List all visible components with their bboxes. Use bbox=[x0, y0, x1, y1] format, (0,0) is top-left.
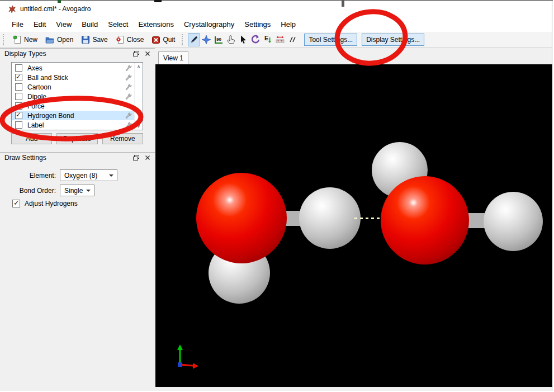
display-types-action-button[interactable]: Add bbox=[11, 133, 52, 144]
quit-label: Quit bbox=[163, 36, 175, 44]
auto-rotate-tool-button[interactable] bbox=[249, 33, 262, 46]
menu-item[interactable]: Extensions bbox=[133, 18, 179, 31]
display-type-checkbox[interactable] bbox=[15, 83, 22, 91]
display-type-checkbox[interactable] bbox=[15, 112, 22, 119]
toolbar-grip-handle[interactable] bbox=[182, 34, 185, 45]
display-type-label: Cartoon bbox=[27, 83, 51, 91]
display-settings-button[interactable]: Display Settings... bbox=[362, 34, 424, 46]
draw-settings-title: Draw Settings bbox=[4, 154, 46, 162]
bond-centric-tool-icon: 90 bbox=[214, 35, 224, 45]
draw-tool-button[interactable] bbox=[188, 33, 200, 46]
navigate-tool-button[interactable] bbox=[200, 33, 212, 46]
window-title: untitled.cml* - Avogadro bbox=[20, 5, 91, 13]
gl-3d-viewport[interactable] bbox=[155, 64, 552, 387]
display-type-label: Axes bbox=[27, 64, 42, 72]
screen-edge-artifact bbox=[154, 0, 162, 2]
avogadro-logo-icon bbox=[8, 5, 16, 13]
element-label: Element: bbox=[0, 172, 56, 180]
menu-bar: FileEditViewBuildSelectExtensionsCrystal… bbox=[0, 17, 552, 32]
tab-view-1[interactable]: View 1 bbox=[158, 51, 188, 64]
display-type-label: Force bbox=[27, 102, 45, 110]
auto-optimize-tool-icon: E bbox=[263, 35, 273, 45]
display-types-panel-header: Display Types bbox=[0, 48, 155, 58]
display-type-label: Dipole bbox=[27, 93, 46, 101]
display-type-row[interactable]: Force bbox=[12, 101, 134, 111]
oxygen-atom-sphere bbox=[196, 173, 287, 263]
wrench-settings-icon[interactable] bbox=[125, 112, 132, 119]
wrench-settings-icon[interactable] bbox=[125, 93, 132, 100]
new-button[interactable]: New bbox=[9, 34, 41, 46]
display-type-label: Ball and Stick bbox=[27, 74, 68, 82]
open-button[interactable]: Open bbox=[41, 34, 77, 46]
adjust-hydrogens-checkbox[interactable] bbox=[12, 200, 20, 207]
hydrogen-bond-dashed-line bbox=[354, 218, 382, 219]
hydrogen-atom-sphere bbox=[484, 192, 543, 251]
display-type-row[interactable]: Hydrogen Bond bbox=[12, 111, 134, 120]
open-folder-icon bbox=[45, 35, 55, 44]
list-scrollbar[interactable]: ∧ ∨ bbox=[134, 63, 143, 130]
menu-item[interactable]: Edit bbox=[29, 18, 51, 31]
title-bar: untitled.cml* - Avogadro bbox=[0, 1, 552, 17]
select-tool-button[interactable] bbox=[237, 33, 249, 46]
menu-item[interactable]: Select bbox=[103, 18, 133, 31]
display-type-row[interactable]: Axes bbox=[12, 63, 134, 73]
menu-item[interactable]: Help bbox=[276, 18, 301, 31]
menu-item[interactable]: Build bbox=[77, 18, 103, 31]
menu-item[interactable]: Settings bbox=[239, 18, 276, 31]
menu-item[interactable]: File bbox=[7, 18, 29, 31]
navigate-tool-icon bbox=[201, 35, 211, 45]
display-type-checkbox[interactable] bbox=[15, 102, 22, 110]
display-types-action-button[interactable]: Remove bbox=[102, 133, 143, 144]
display-type-row[interactable]: Label bbox=[12, 120, 134, 130]
draw-settings-panel-header: Draw Settings bbox=[0, 152, 155, 162]
new-label: New bbox=[24, 36, 37, 44]
display-type-row[interactable]: Ball and Stick bbox=[12, 73, 134, 82]
display-type-checkbox[interactable] bbox=[15, 74, 22, 81]
display-types-title: Display Types bbox=[4, 50, 46, 58]
align-tool-button[interactable] bbox=[286, 33, 299, 46]
quit-button[interactable]: Quit bbox=[148, 34, 179, 46]
wrench-settings-icon[interactable] bbox=[125, 64, 132, 72]
float-panel-icon[interactable] bbox=[133, 155, 139, 160]
display-types-buttons: AddDuplicateRemove bbox=[11, 133, 143, 144]
wrench-settings-icon[interactable] bbox=[125, 83, 132, 91]
svg-text:90: 90 bbox=[216, 37, 221, 42]
display-type-row[interactable]: Cartoon bbox=[12, 82, 134, 92]
display-type-checkbox[interactable] bbox=[15, 93, 22, 100]
select-tool-icon bbox=[238, 35, 248, 45]
display-types-action-button[interactable]: Duplicate bbox=[56, 133, 97, 144]
display-type-checkbox[interactable] bbox=[15, 64, 22, 72]
screen-edge-artifact bbox=[58, 0, 61, 3]
display-types-listbox: Axes Ball and Stick bbox=[11, 62, 143, 130]
axes-indicator-icon bbox=[163, 341, 202, 374]
close-panel-icon[interactable] bbox=[145, 51, 150, 56]
scroll-down-icon[interactable]: ∨ bbox=[137, 123, 141, 129]
bond-centric-tool-button[interactable]: 90 bbox=[212, 33, 225, 46]
close-button[interactable]: Close bbox=[112, 34, 148, 46]
wrench-settings-icon[interactable] bbox=[125, 74, 132, 81]
display-type-checkbox[interactable] bbox=[15, 121, 22, 129]
menu-item[interactable]: Crystallography bbox=[179, 18, 239, 31]
chevron-down-icon bbox=[109, 174, 113, 177]
bond-order-value: Single bbox=[64, 187, 83, 195]
tool-settings-button[interactable]: Tool Settings... bbox=[304, 34, 357, 46]
auto-rotate-tool-icon bbox=[250, 35, 261, 45]
wrench-settings-icon[interactable] bbox=[125, 121, 132, 129]
close-label: Close bbox=[127, 36, 144, 44]
save-button[interactable]: Save bbox=[77, 34, 111, 46]
close-panel-icon[interactable] bbox=[145, 155, 150, 160]
element-select[interactable]: Oxygen (8) bbox=[60, 169, 117, 181]
display-type-label: Label bbox=[27, 121, 44, 129]
main-toolbar: New Open Save Close bbox=[0, 32, 552, 48]
toolbar-grip-handle[interactable] bbox=[3, 34, 6, 45]
measure-tool-button[interactable] bbox=[274, 33, 286, 46]
bond-order-select[interactable]: Single bbox=[60, 185, 94, 196]
float-panel-icon[interactable] bbox=[133, 51, 139, 56]
display-type-row[interactable]: Dipole bbox=[12, 92, 134, 101]
oxygen-atom-sphere bbox=[381, 176, 469, 265]
left-dock: Display Types Axes bbox=[0, 48, 155, 391]
scroll-up-icon[interactable]: ∧ bbox=[137, 64, 141, 69]
manipulate-tool-button[interactable] bbox=[225, 33, 237, 46]
auto-optimize-tool-button[interactable]: E bbox=[262, 33, 274, 46]
menu-item[interactable]: View bbox=[51, 18, 77, 31]
